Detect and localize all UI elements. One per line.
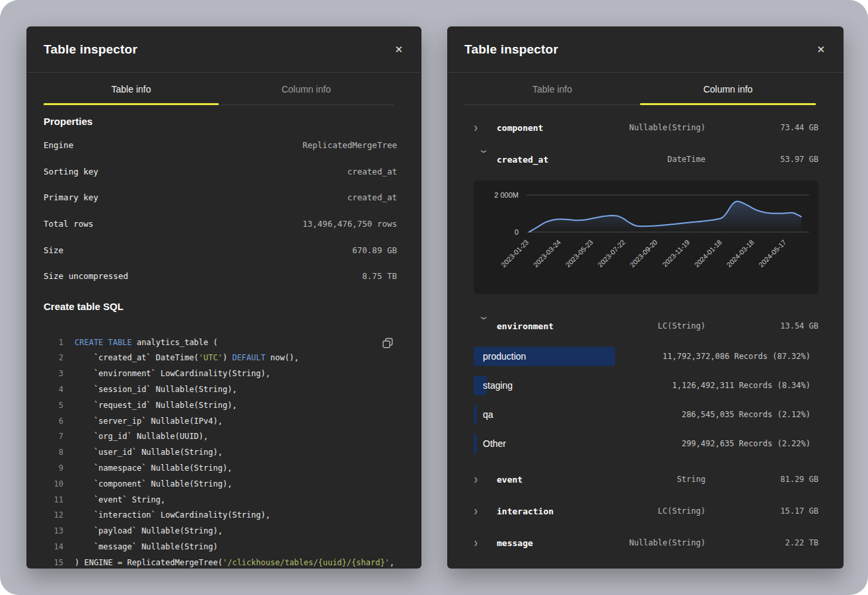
dialog-header: Table inspector ✕ bbox=[26, 26, 421, 73]
x-tick-label: 2023-03-24 bbox=[532, 238, 563, 269]
tab-bar: Table info Column info bbox=[464, 73, 816, 105]
sql-line-number: 9 bbox=[44, 461, 63, 477]
sql-line-text: `user_id` Nullable(String), bbox=[75, 445, 223, 461]
property-value: 8.75 TB bbox=[362, 271, 397, 281]
column-list: ❯componentNullable(String)73.44 GB❯creat… bbox=[447, 105, 844, 559]
tab-column-info[interactable]: Column info bbox=[640, 73, 816, 104]
table-inspector-dialog-table-info: Table inspector ✕ Table info Column info… bbox=[26, 26, 421, 569]
property-row: Total rows13,496,476,750 rows bbox=[44, 211, 397, 237]
property-label: Size bbox=[44, 245, 63, 255]
chevron-right-icon[interactable]: ❯ bbox=[474, 507, 497, 516]
property-value: created_at bbox=[347, 192, 397, 202]
sql-line-text: `message` Nullable(String) bbox=[75, 539, 218, 555]
tab-bar: Table info Column info bbox=[44, 73, 394, 105]
svg-text:2 000M: 2 000M bbox=[494, 191, 519, 199]
sql-line-number: 5 bbox=[44, 398, 63, 414]
property-row: Primary keycreated_at bbox=[44, 184, 397, 211]
column-name: environment bbox=[497, 321, 658, 331]
chevron-down-icon[interactable]: ❯ bbox=[480, 149, 488, 172]
close-icon[interactable]: ✕ bbox=[813, 40, 829, 58]
chevron-right-icon[interactable]: ❯ bbox=[474, 475, 497, 484]
sql-line-number: 8 bbox=[44, 445, 63, 461]
tab-table-info[interactable]: Table info bbox=[44, 73, 219, 104]
sql-line-text: `event` String, bbox=[75, 493, 165, 508]
value-bar bbox=[474, 434, 477, 454]
copy-icon[interactable] bbox=[381, 337, 394, 352]
property-label: Sorting key bbox=[44, 167, 98, 177]
sql-line-number: 3 bbox=[44, 366, 63, 382]
column-row[interactable]: ❯componentNullable(String)73.44 GB bbox=[474, 112, 818, 143]
value-label: qa bbox=[483, 409, 493, 420]
sql-line-text: `namespace` Nullable(String), bbox=[75, 461, 232, 477]
column-type: Nullable(String) bbox=[629, 123, 705, 132]
sql-line-text: `server_ip` Nullable(IPv4), bbox=[75, 414, 223, 430]
column-type: Nullable(String) bbox=[629, 538, 705, 547]
sql-line: 5 `request_id` Nullable(String), bbox=[44, 398, 397, 414]
x-tick-label: 2023-11-19 bbox=[661, 238, 691, 268]
copy-icon-glyph bbox=[382, 338, 393, 348]
sql-code-block: 1CREATE TABLE analytics_table (2 `create… bbox=[44, 335, 397, 569]
property-row: EngineReplicatedMergeTree bbox=[44, 132, 397, 159]
sql-line: 1CREATE TABLE analytics_table ( bbox=[44, 335, 397, 351]
sql-line-number: 15 bbox=[44, 555, 63, 569]
dialog-header: Table inspector ✕ bbox=[447, 26, 844, 73]
value-row: qa286,545,035 Records (2.12%) bbox=[474, 400, 818, 429]
property-row: Size uncompressed8.75 TB bbox=[44, 263, 397, 290]
tab-table-info[interactable]: Table info bbox=[464, 73, 640, 104]
property-label: Engine bbox=[44, 140, 73, 150]
sql-line-text: `org_id` Nullable(UUID), bbox=[75, 429, 208, 445]
chevron-right-icon[interactable]: ❯ bbox=[474, 124, 497, 132]
column-row[interactable]: ❯environmentLC(String)13.54 GB bbox=[474, 310, 818, 342]
sql-line: 11 `event` String, bbox=[44, 493, 397, 508]
properties-heading: Properties bbox=[44, 115, 397, 128]
sql-line: 3 `environment` LowCardinality(String), bbox=[44, 366, 397, 382]
sql-line: 8 `user_id` Nullable(String), bbox=[44, 445, 397, 461]
column-row[interactable]: ❯interactionLC(String)15.17 GB bbox=[474, 495, 818, 527]
sql-line-text: ) ENGINE = ReplicatedMergeTree('/clickho… bbox=[75, 555, 394, 569]
column-size: 15.17 GB bbox=[780, 506, 818, 516]
sql-line-number: 6 bbox=[44, 414, 63, 430]
property-label: Size uncompressed bbox=[44, 271, 128, 281]
column-size: 13.54 GB bbox=[780, 321, 818, 331]
sql-line-text: `created_at` DateTime('UTC') DEFAULT now… bbox=[75, 350, 299, 366]
create-table-sql-heading: Create table SQL bbox=[44, 300, 397, 313]
value-records: 299,492,635 Records (2.22%) bbox=[682, 439, 818, 448]
value-label: Other bbox=[483, 438, 506, 449]
value-row: Other299,492,635 Records (2.22%) bbox=[474, 429, 818, 458]
value-row: production11,792,372,086 Records (87.32%… bbox=[474, 342, 818, 371]
property-label: Total rows bbox=[44, 219, 93, 229]
value-label: staging bbox=[483, 380, 513, 391]
column-row[interactable]: ❯eventString81.29 GB bbox=[474, 463, 818, 495]
column-row[interactable]: ❯messageNullable(String)2.22 TB bbox=[474, 527, 818, 559]
svg-text:0: 0 bbox=[515, 228, 519, 236]
sql-line: 7 `org_id` Nullable(UUID), bbox=[44, 429, 397, 445]
value-records: 1,126,492,311 Records (8.34%) bbox=[672, 381, 818, 390]
sql-code-lines: 1CREATE TABLE analytics_table (2 `create… bbox=[44, 335, 397, 569]
column-distribution-chart-box: 2 000M02023-01-232023-03-242023-05-23202… bbox=[474, 180, 818, 294]
sql-line-text: `interaction` LowCardinality(String), bbox=[75, 508, 270, 524]
sql-line: 12 `interaction` LowCardinality(String), bbox=[44, 508, 397, 524]
column-size: 73.44 GB bbox=[780, 123, 818, 132]
chevron-right-icon[interactable]: ❯ bbox=[474, 539, 497, 547]
column-name: event bbox=[497, 475, 677, 485]
close-icon[interactable]: ✕ bbox=[390, 40, 407, 58]
value-row: staging1,126,492,311 Records (8.34%) bbox=[474, 371, 818, 400]
column-name: message bbox=[497, 538, 629, 548]
column-size: 53.97 GB bbox=[780, 155, 818, 164]
desktop-background: Table inspector ✕ Table info Column info… bbox=[0, 0, 868, 595]
sql-line-text: `session_id` Nullable(String), bbox=[75, 382, 237, 398]
chevron-down-icon[interactable]: ❯ bbox=[480, 315, 488, 338]
sql-line-number: 7 bbox=[44, 429, 63, 445]
sql-line-text: `request_id` Nullable(String), bbox=[75, 398, 237, 414]
sql-line-number: 12 bbox=[44, 508, 63, 524]
x-tick-label: 2023-09-20 bbox=[628, 238, 659, 269]
tab-column-info[interactable]: Column info bbox=[219, 73, 394, 104]
sql-line-text: `environment` LowCardinality(String), bbox=[75, 366, 270, 382]
column-row[interactable]: ❯created_atDateTime53.97 GB bbox=[474, 143, 818, 175]
column-size: 2.22 TB bbox=[785, 538, 818, 547]
value-records: 286,545,035 Records (2.12%) bbox=[682, 410, 818, 419]
x-tick-label: 2023-05-23 bbox=[563, 238, 595, 269]
sql-line: 10 `component` Nullable(String), bbox=[44, 477, 397, 493]
area-fill bbox=[529, 201, 801, 232]
column-type: LC(String) bbox=[658, 321, 705, 331]
